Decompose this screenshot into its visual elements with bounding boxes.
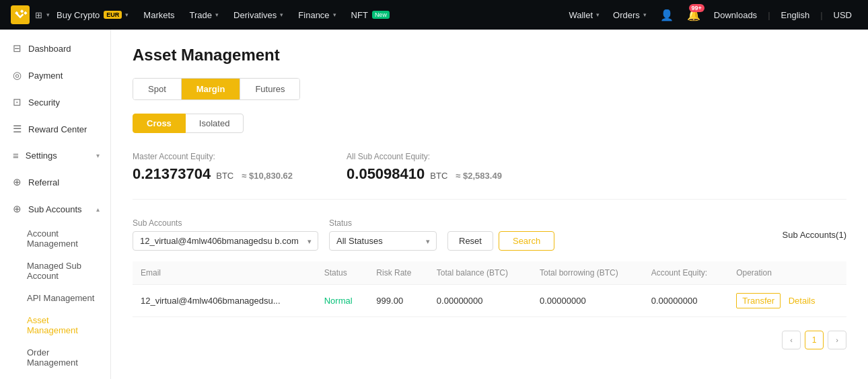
sub-equity: All Sub Account Equity: 0.05098410 BTC ≈…: [347, 152, 502, 183]
sidebar-item-reward-center[interactable]: ☰ Reward Center: [0, 116, 110, 142]
topnav-buy-crypto[interactable]: Buy Crypto EUR ▾: [50, 0, 135, 30]
topnav-derivatives[interactable]: Derivatives ▾: [227, 0, 290, 30]
sidebar-sub-managed-sub-account[interactable]: Managed Sub Account: [27, 255, 110, 287]
table-header: Email Status Risk Rate Total balance (BT…: [133, 261, 846, 285]
sidebar-item-security[interactable]: ⊡ Security: [0, 89, 110, 116]
topnav-finance[interactable]: Finance ▾: [291, 0, 342, 30]
sidebar-sub-items: Account Management Managed Sub Account A…: [0, 222, 110, 379]
tab-futures[interactable]: Futures: [240, 79, 299, 99]
col-account-equity: Account Equity:: [643, 261, 728, 285]
sub-accounts-filter: Sub Accounts 12_virtual@4mlw406bmanageds…: [133, 218, 318, 251]
grid-chevron-icon: ▾: [46, 11, 50, 18]
filter-btn-group: Reset Search: [447, 231, 554, 251]
sub-equity-value: 0.05098410 BTC ≈ $2,583.49: [347, 165, 502, 183]
top-navigation: ⊞ ▾ Buy Crypto EUR ▾ Markets Trade ▾ Der…: [0, 0, 868, 30]
payment-icon: ◎: [13, 69, 22, 81]
topnav-right: Wallet ▾ Orders ▾ 👤 🔔 99+ Downloads | En…: [563, 0, 857, 30]
cell-risk-rate: 999.00: [368, 285, 429, 317]
topnav-downloads[interactable]: Downloads: [709, 0, 762, 30]
pagination-page-1[interactable]: 1: [805, 331, 824, 349]
sidebar: ⊟ Dashboard ◎ Payment ⊡ Security ☰ Rewar…: [0, 30, 111, 379]
status-select-wrapper: All Statuses: [329, 231, 437, 251]
topnav-orders[interactable]: Orders ▾: [608, 0, 652, 30]
pagination: ‹ 1 ›: [133, 331, 846, 349]
cell-total-balance: 0.00000000: [429, 285, 532, 317]
col-operation: Operation: [728, 261, 846, 285]
status-filter-label: Status: [329, 218, 437, 228]
buy-crypto-chevron: ▾: [125, 11, 129, 18]
sub-equity-usd: ≈ $2,583.49: [456, 171, 502, 181]
col-status: Status: [316, 261, 369, 285]
main-content: Asset Management Spot Margin Futures Cro…: [111, 30, 868, 379]
svg-rect-0: [11, 5, 30, 24]
derivatives-chevron: ▾: [280, 11, 283, 18]
sub-equity-unit: BTC: [430, 171, 447, 181]
table-body: 12_virtual@4mlw406bmanagedsu... Normal 9…: [133, 285, 846, 317]
sub-accounts-icon: ⊕: [13, 203, 22, 215]
search-button[interactable]: Search: [499, 231, 554, 251]
sidebar-item-payment[interactable]: ◎ Payment: [0, 62, 110, 89]
status-select[interactable]: All Statuses: [329, 231, 437, 251]
sidebar-sub-order-management[interactable]: Order Management: [27, 341, 110, 374]
sidebar-item-referral[interactable]: ⊕ Referral: [0, 169, 110, 196]
equity-section: Master Account Equity: 0.21373704 BTC ≈ …: [133, 152, 846, 200]
status-badge: Normal: [324, 296, 353, 306]
logo[interactable]: [11, 5, 30, 24]
page-title: Asset Management: [133, 46, 846, 65]
cell-total-borrowing: 0.00000000: [532, 285, 643, 317]
tab-spot[interactable]: Spot: [133, 79, 182, 99]
topnav-language[interactable]: English: [776, 0, 816, 30]
cell-status: Normal: [316, 285, 369, 317]
master-equity-label: Master Account Equity:: [133, 152, 293, 161]
sidebar-sub-api-management[interactable]: API Management: [27, 287, 110, 309]
master-equity: Master Account Equity: 0.21373704 BTC ≈ …: [133, 152, 293, 183]
cell-operation: Transfer Details: [728, 285, 846, 317]
transfer-button[interactable]: Transfer: [736, 293, 781, 308]
pagination-next[interactable]: ›: [828, 331, 846, 349]
pagination-prev[interactable]: ‹: [782, 331, 801, 349]
security-icon: ⊡: [13, 96, 22, 108]
topnav-trade[interactable]: Trade ▾: [183, 0, 225, 30]
nav-divider2: |: [820, 10, 822, 20]
settings-icon: ≡: [13, 150, 19, 161]
wallet-chevron: ▾: [596, 11, 600, 18]
sub-accounts-select[interactable]: 12_virtual@4mlw406bmanagedsu b.com: [133, 231, 318, 251]
sub-accounts-filter-label: Sub Accounts: [133, 218, 318, 228]
notification-badge: 99+: [689, 4, 704, 12]
topnav-links: Buy Crypto EUR ▾ Markets Trade ▾ Derivat…: [50, 0, 563, 30]
dashboard-icon: ⊟: [13, 42, 22, 54]
orders-chevron: ▾: [643, 11, 647, 18]
sidebar-sub-asset-management[interactable]: Asset Management: [27, 309, 110, 341]
master-equity-value: 0.21373704 BTC ≈ $10,830.62: [133, 165, 293, 183]
col-total-balance: Total balance (BTC): [429, 261, 532, 285]
col-email: Email: [133, 261, 316, 285]
master-equity-usd: ≈ $10,830.62: [242, 171, 293, 181]
col-total-borrowing: Total borrowing (BTC): [532, 261, 643, 285]
topnav-currency[interactable]: USD: [828, 0, 857, 30]
subtab-isolated[interactable]: Isolated: [185, 114, 244, 133]
topnav-wallet[interactable]: Wallet ▾: [563, 0, 605, 30]
sidebar-item-settings[interactable]: ≡ Settings ▾: [0, 142, 110, 169]
topnav-notifications[interactable]: 🔔 99+: [682, 0, 706, 30]
tab-group: Spot Margin Futures: [133, 78, 300, 100]
filter-row: Sub Accounts 12_virtual@4mlw406bmanageds…: [133, 218, 846, 251]
cell-email: 12_virtual@4mlw406bmanagedsu...: [133, 285, 316, 317]
subtab-group: Cross Isolated: [133, 114, 846, 133]
sidebar-item-sub-accounts[interactable]: ⊕ Sub Accounts ▴: [0, 196, 110, 222]
tab-margin[interactable]: Margin: [182, 79, 241, 99]
topnav-markets[interactable]: Markets: [137, 0, 181, 30]
topnav-nft[interactable]: NFT New: [345, 0, 396, 30]
col-risk-rate: Risk Rate: [368, 261, 429, 285]
finance-chevron: ▾: [333, 11, 336, 18]
reset-button[interactable]: Reset: [447, 231, 493, 251]
reward-icon: ☰: [13, 123, 22, 135]
sidebar-sub-transfer-history[interactable]: Transfer History: [27, 374, 110, 379]
sidebar-item-dashboard[interactable]: ⊟ Dashboard: [0, 35, 110, 62]
sub-accounts-chevron-icon: ▴: [96, 206, 100, 213]
cell-account-equity: 0.00000000: [643, 285, 728, 317]
grid-icon[interactable]: ⊞: [35, 10, 42, 20]
details-link[interactable]: Details: [783, 294, 821, 308]
topnav-profile[interactable]: 👤: [655, 0, 679, 30]
sidebar-sub-account-management[interactable]: Account Management: [27, 222, 110, 255]
subtab-cross[interactable]: Cross: [133, 114, 186, 133]
